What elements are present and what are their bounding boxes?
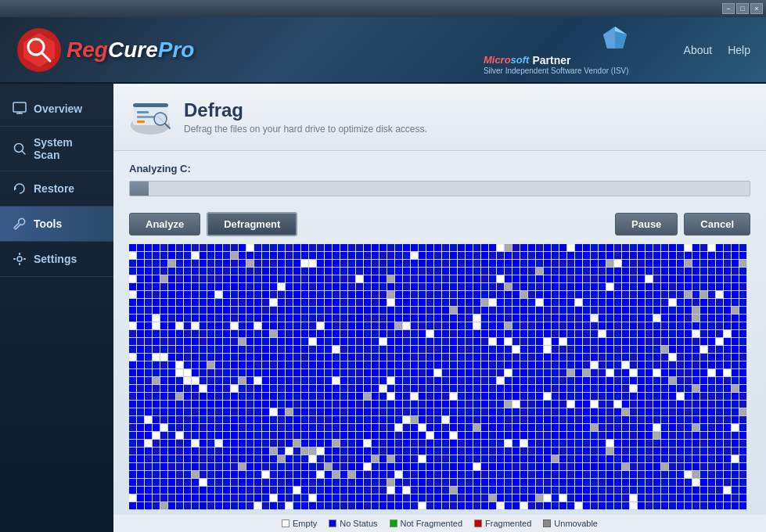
sidebar-item-settings[interactable]: Settings [0, 242, 113, 277]
overview-icon [12, 101, 27, 117]
defrag-icon [129, 95, 172, 138]
sidebar-item-tools[interactable]: Tools [0, 207, 113, 242]
analyzing-text: Analyzing C: [129, 163, 750, 174]
svg-rect-21 [133, 103, 168, 107]
legend-empty: Empty [282, 519, 317, 528]
page-header: Defrag Defrag the files on your hard dri… [113, 84, 766, 151]
svg-rect-15 [19, 253, 20, 255]
microsoft-partner-block: Microsoft Partner Silver Independent Sof… [484, 25, 629, 75]
isv-label: Silver Independent Software Vendor (ISV) [484, 66, 629, 75]
legend-fragmented-label: Fragmented [485, 519, 531, 528]
legend-not-fragmented: Not Fragmented [390, 519, 462, 528]
legend-empty-label: Empty [293, 519, 317, 528]
svg-rect-16 [19, 263, 20, 265]
logo-pro: Pro [158, 38, 195, 62]
analyze-button[interactable]: Analyze [129, 213, 200, 235]
logo-text: RegCurePro [67, 38, 194, 63]
logo-icon [16, 27, 63, 74]
sidebar-item-overview[interactable]: Overview [0, 92, 113, 127]
legend-unmovable: Unmovable [543, 519, 598, 528]
legend-not-fragmented-label: Not Fragmented [401, 519, 462, 528]
content-area: Defrag Defrag the files on your hard dri… [113, 84, 766, 532]
partner-label: Partner [532, 54, 570, 66]
header-right-group: Microsoft Partner Silver Independent Sof… [484, 25, 750, 75]
pause-button[interactable]: Pause [615, 213, 678, 235]
sidebar-system-scan-label: System Scan [34, 136, 102, 161]
svg-line-12 [22, 151, 25, 154]
svg-rect-22 [137, 111, 149, 113]
app-header: RegCurePro Microsoft Partner Silver Inde… [0, 17, 766, 84]
sidebar-tools-label: Tools [34, 217, 62, 230]
legend: Empty No Status Not Fragmented Fragmente… [113, 515, 766, 532]
legend-fragmented: Fragmented [474, 519, 531, 528]
close-button[interactable]: × [750, 3, 763, 14]
sidebar-overview-label: Overview [34, 102, 82, 115]
restore-icon [12, 181, 27, 196]
sidebar-item-system-scan[interactable]: System Scan [0, 127, 113, 171]
page-title-group: Defrag Defrag the files on your hard dri… [184, 99, 427, 135]
sidebar-item-restore[interactable]: Restore [0, 171, 113, 207]
progress-bar-fill [130, 182, 149, 196]
page-title: Defrag [184, 99, 427, 121]
logo-area: RegCurePro [16, 27, 194, 74]
ms-label2: soft [511, 54, 530, 66]
help-link[interactable]: Help [728, 44, 750, 56]
sidebar-settings-label: Settings [34, 253, 77, 265]
page-subtitle: Defrag the files on your hard drive to o… [184, 124, 427, 135]
svg-rect-24 [137, 120, 145, 123]
svg-rect-23 [137, 116, 156, 118]
main-container: Overview System Scan Restore [0, 84, 766, 532]
cancel-button[interactable]: Cancel [684, 213, 750, 235]
logo-reg: Reg [67, 38, 108, 62]
legend-not-fragmented-box [390, 519, 397, 527]
legend-no-status-box [329, 519, 336, 527]
legend-unmovable-label: Unmovable [554, 519, 598, 528]
tools-icon [12, 216, 27, 232]
header-nav: About Help [668, 44, 750, 56]
restore-button[interactable]: □ [736, 3, 749, 14]
title-bar: − □ × [0, 0, 766, 17]
logo-cure: Cure [108, 38, 158, 62]
partner-diamond-icon [602, 25, 629, 52]
analyzing-section: Analyzing C: [113, 151, 766, 204]
system-scan-icon [12, 141, 27, 156]
about-link[interactable]: About [684, 44, 713, 56]
disk-map-canvas [129, 244, 750, 511]
legend-no-status: No Status [329, 519, 377, 528]
settings-icon [12, 251, 27, 267]
svg-rect-17 [13, 258, 16, 260]
svg-rect-8 [13, 102, 26, 112]
legend-fragmented-box [474, 519, 482, 527]
sidebar: Overview System Scan Restore [0, 84, 113, 532]
minimize-button[interactable]: − [722, 3, 735, 14]
svg-rect-18 [23, 258, 26, 260]
svg-point-14 [17, 257, 22, 261]
buttons-row: Analyze Defragment Pause Cancel [113, 204, 766, 244]
sidebar-restore-label: Restore [34, 182, 74, 195]
legend-empty-box [282, 519, 289, 527]
progress-bar [129, 181, 750, 196]
ms-label: Micro [484, 54, 511, 66]
legend-no-status-label: No Status [340, 519, 377, 528]
defragment-button[interactable]: Defragment [207, 212, 297, 236]
legend-unmovable-box [543, 519, 551, 527]
disk-map [129, 244, 750, 511]
ms-partner-line: Microsoft Partner [484, 54, 629, 66]
